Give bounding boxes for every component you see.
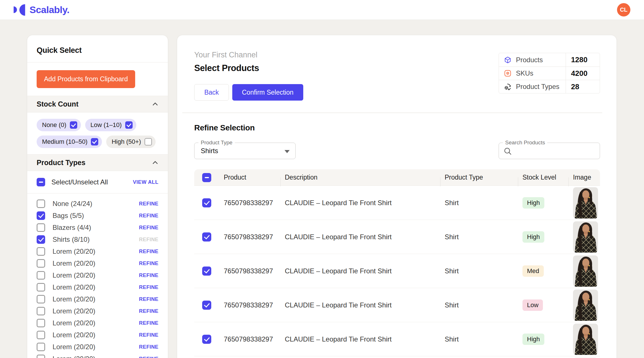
product-type-list-item: Lorem (20/20) REFINE [37,257,158,269]
stock-count-chip[interactable]: Medium (10–50) [37,136,102,148]
product-type-checkbox[interactable] [37,247,45,256]
product-type-label: Lorem (20/20) [53,259,132,267]
search-products-field: Search Products [499,143,600,159]
chip-checkbox[interactable] [91,138,98,145]
quick-select-panel: Quick Select Add Products from Clipboard… [27,35,168,358]
chip-label: None (0) [42,121,66,129]
product-type-checkbox[interactable] [37,211,45,220]
product-type-checkbox[interactable] [37,355,45,358]
table-row: 7650798338297 CLAUDIE – Leopard Tie Fron… [194,288,600,322]
refine-link[interactable]: REFINE [139,213,158,219]
stat-row-product-types: Product Types 28 [499,80,600,93]
product-type-checkbox[interactable] [37,223,45,232]
product-type-checkbox[interactable] [37,331,45,339]
product-types-list: None (24/24) REFINE Bags (5/5) REFINE Bl… [27,193,168,358]
product-types-icon [504,83,511,90]
stat-row-products: Products 1280 [499,53,600,66]
column-header-description: Description [280,174,440,181]
search-products-input[interactable] [515,143,597,159]
row-checkbox[interactable] [202,335,211,344]
product-type-cell: Shirt [440,233,518,241]
product-type-list-item: Lorem (20/20) REFINE [37,329,158,341]
product-id-cell: 7650798338297 [219,199,280,207]
refine-link[interactable]: REFINE [139,237,158,243]
product-type-label: Lorem (20/20) [53,247,132,255]
refine-link[interactable]: REFINE [139,272,158,278]
refine-link[interactable]: REFINE [139,284,158,290]
product-type-list-item: Shirts (8/10) REFINE [37,234,158,245]
confirm-selection-button[interactable]: Confirm Selection [232,84,303,101]
product-type-checkbox[interactable] [37,235,45,244]
table-row: 7650798338297 CLAUDIE – Leopard Tie Fron… [194,322,600,356]
row-checkbox[interactable] [202,232,211,242]
row-checkbox[interactable] [202,301,211,310]
product-type-checkbox[interactable] [37,307,45,315]
product-type-checkbox[interactable] [37,343,45,351]
product-image [573,221,598,253]
chip-checkbox[interactable] [125,121,133,129]
product-type-list-item: Lorem (20/20) REFINE [37,269,158,281]
refine-link[interactable]: REFINE [139,332,158,338]
product-types-section-header[interactable]: Product Types [27,155,168,171]
product-type-cell: Shirt [440,335,518,343]
product-image [573,187,598,218]
stock-level-badge: High [522,334,544,345]
row-checkbox[interactable] [202,267,211,276]
refine-link[interactable]: REFINE [139,308,158,314]
product-type-checkbox[interactable] [37,283,45,292]
refine-link[interactable]: REFINE [139,356,158,358]
user-avatar[interactable]: CL [617,3,630,16]
refine-link[interactable]: REFINE [139,261,158,267]
table-select-all-checkbox[interactable] [202,173,211,182]
select-unselect-all-row: Select/Unselect All VIEW ALL [27,171,168,193]
clipboard-button-wrap: Add Products from Clipboard [27,63,168,96]
chevron-up-icon [152,161,158,166]
product-type-checkbox[interactable] [37,199,45,208]
product-type-list-item: Lorem (20/20) REFINE [37,341,158,353]
main-header: Your First Channel Select Products Back … [177,35,616,101]
product-type-label: Lorem (20/20) [53,283,132,291]
stock-count-chip[interactable]: None (0) [37,119,81,131]
stat-value: 28 [566,80,600,93]
product-type-checkbox[interactable] [37,295,45,303]
select-products-panel: Your First Channel Select Products Back … [177,35,617,358]
table-body: 7650798338297 CLAUDIE – Leopard Tie Fron… [194,186,600,358]
product-type-select[interactable]: Product Type Shirts [194,143,296,159]
refine-link[interactable]: REFINE [139,225,158,231]
product-type-checkbox[interactable] [37,319,45,327]
description-cell: CLAUDIE – Leopard Tie Front Shirt [280,233,440,241]
stat-label: Products [516,56,543,64]
product-type-list-item: Lorem (20/20) REFINE [37,245,158,257]
stock-count-chips: None (0) Low (1–10) Medium (10–50) High … [27,113,168,155]
product-type-checkbox[interactable] [37,271,45,280]
product-type-label: Bags (5/5) [53,212,132,220]
refine-link[interactable]: REFINE [139,201,158,207]
chip-checkbox[interactable] [145,138,152,145]
stat-label: SKUs [516,69,533,77]
back-button[interactable]: Back [194,84,229,101]
column-header-product: Product [219,174,280,181]
column-header-product-type: Product Type [440,174,518,181]
row-checkbox[interactable] [202,198,211,207]
refine-link[interactable]: REFINE [139,296,158,302]
refine-link[interactable]: REFINE [139,320,158,326]
stock-count-chip[interactable]: Low (1–10) [85,119,136,131]
refine-link[interactable]: REFINE [139,249,158,255]
stock-count-section-header[interactable]: Stock Count [27,96,168,113]
product-type-cell: Shirt [440,301,518,309]
refine-link[interactable]: REFINE [139,344,158,350]
stock-level-badge: High [522,197,544,209]
product-type-checkbox[interactable] [37,259,45,268]
add-products-clipboard-button[interactable]: Add Products from Clipboard [37,70,135,88]
stock-level-badge: Med [522,265,544,277]
select-all-checkbox[interactable] [37,178,45,186]
view-all-link[interactable]: VIEW ALL [133,179,158,185]
brand-logo-icon [14,4,26,16]
chip-checkbox[interactable] [70,121,77,129]
description-cell: CLAUDIE – Leopard Tie Front Shirt [280,267,440,275]
stat-value: 4200 [566,67,600,80]
product-type-list-item: Lorem (20/20) REFINE [37,293,158,305]
app-screen: Scalably. CL Quick Select Add Products f… [0,0,644,358]
stock-count-chip[interactable]: High (50+) [106,136,155,148]
stock-level-badge: Low [522,299,543,311]
